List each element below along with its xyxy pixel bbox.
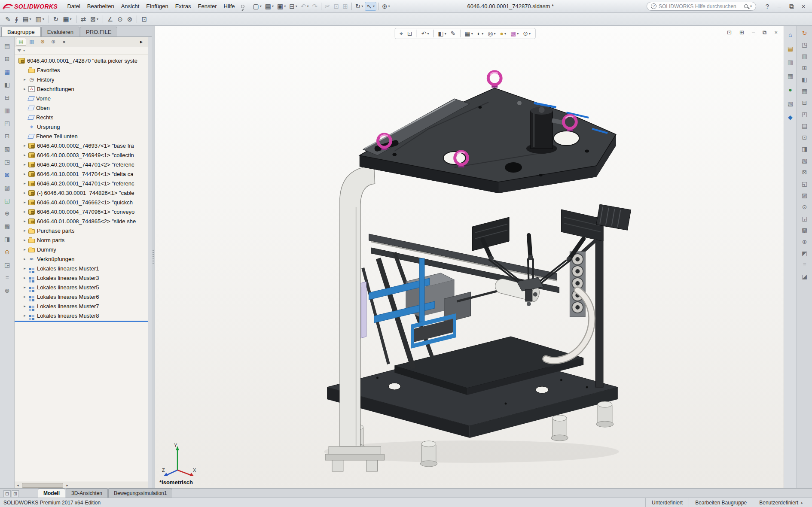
refresh-icon[interactable]: ↻ [52,15,61,24]
view-orientation-icon[interactable]: ▦▾ [463,29,475,38]
left-toolbar-button-19[interactable]: ≡ [2,273,12,282]
left-toolbar-button-12[interactable]: ▨ [2,183,12,192]
tree-item-vorne[interactable]: Vorne [15,94,148,103]
search-icon[interactable] [744,4,748,8]
restore-window-button[interactable]: ⧉ [785,2,797,11]
tree-item-ursprung[interactable]: Ursprung [15,122,148,131]
undo-dropdown-caret[interactable]: ▾ [307,4,308,8]
new-document-icon[interactable]: ▢▾ [251,2,263,11]
tree-item-lokales-lineares-muster5[interactable]: ▸Lokales lineares Muster5 [15,282,148,292]
expand-arrow-icon[interactable]: ▸ [21,191,28,195]
filter-dropdown-caret[interactable]: ▾ [23,49,25,52]
view-settings-dropdown-caret[interactable]: ▾ [529,32,531,36]
tree-item-rechts[interactable]: Rechts [15,112,148,122]
close-document-icon[interactable]: × [772,28,779,36]
expand-arrow-icon[interactable]: ▸ [21,153,28,157]
command-tab-evaluieren[interactable]: Evaluieren [41,27,79,36]
tree-item-6046-40-20-0001-744701-1-referenc[interactable]: ▸6046.40.20.0001_744701<1> "referenc [15,179,148,188]
menu-bearbeiten[interactable]: Bearbeiten [84,1,118,11]
section-view-dropdown-caret[interactable]: ▾ [445,32,446,36]
right-toolbar-button-06[interactable]: ▦ [800,86,810,95]
units-dropdown-caret[interactable]: ▴ [801,501,803,504]
left-toolbar-button-02[interactable]: ⊞ [2,54,12,63]
view-settings-icon[interactable]: ⊙▾ [521,29,532,38]
tree-item-6046-40-00-0004-747096-1-conveyo[interactable]: ▸6046.40.00.0004_747096<1> "conveyo [15,207,148,216]
print-dropdown-caret[interactable]: ▾ [296,4,297,8]
status-benutzerdefiniert[interactable]: Benutzerdefiniert▴ [753,498,809,507]
undo-icon[interactable]: ↶▾ [299,2,311,11]
right-toolbar-button-09[interactable]: ▤ [800,121,810,130]
expand-arrow-icon[interactable]: ▸ [21,276,28,280]
minimize-window-button[interactable]: – [773,2,785,11]
custom-properties-icon[interactable]: ▧ [785,99,796,108]
window-split-horizontal-icon[interactable]: ⊟ [3,490,11,497]
tree-item-verknupfungen[interactable]: ▸Verknüpfungen [15,254,148,264]
save-icon[interactable]: ▣▾ [275,2,287,11]
left-toolbar-button-14[interactable]: ⊕ [2,209,12,218]
file-explorer-icon[interactable]: ▥ [785,58,796,67]
configurationmanager-tab[interactable]: ⊛ [37,38,48,46]
screenshot-icon[interactable]: ⊡ [140,15,149,24]
right-toolbar-button-08[interactable]: ◰ [800,109,810,118]
hide-show-items-icon[interactable]: ◎▾ [486,29,497,38]
options-icon[interactable]: ⊛▾ [380,2,392,11]
right-toolbar-button-22[interactable]: ◪ [800,272,810,281]
minimize-document-icon[interactable]: – [750,28,757,36]
expand-arrow-icon[interactable]: ▸ [21,200,28,204]
right-toolbar-button-12[interactable]: ▧ [800,156,810,165]
left-toolbar-button-08[interactable]: ⊡ [2,131,12,140]
measure-icon[interactable]: ∠ [106,15,115,24]
help-button[interactable]: ? [761,2,773,11]
copy-icon[interactable]: ⊡ [332,2,341,11]
close-window-button[interactable]: × [797,2,809,11]
appearances-icon[interactable]: ● [785,85,796,94]
pin-menus-icon[interactable] [241,5,244,8]
previous-view-dropdown-caret[interactable]: ▾ [427,32,429,36]
select-tool-dropdown-caret[interactable]: ▾ [373,4,375,8]
expand-arrow-icon[interactable]: ▸ [21,172,28,176]
left-toolbar-button-17[interactable]: ⊙ [2,247,12,256]
sheet-tab-modell[interactable]: Modell [38,489,65,498]
right-toolbar-button-02[interactable]: ◳ [800,40,810,49]
expand-arrow-icon[interactable]: ▸ [21,181,28,185]
left-toolbar-button-18[interactable]: ◲ [2,260,12,269]
left-toolbar-button-01[interactable]: ▤ [2,41,12,50]
left-toolbar-button-07[interactable]: ◰ [2,118,12,128]
right-toolbar-button-13[interactable]: ⊠ [800,167,810,176]
expand-arrow-icon[interactable]: ▸ [21,247,28,252]
export-dropdown-caret[interactable]: ▾ [97,17,98,21]
view-orientation-dropdown-caret[interactable]: ▾ [471,32,473,36]
tree-item-ebene-teil-unten[interactable]: Ebene Teil unten [15,131,148,141]
filter-tree-icon[interactable] [17,49,21,52]
expand-arrow-icon[interactable]: ▸ [21,219,28,223]
tree-item-6046-40-20-0001-744701-2-referenc[interactable]: ▸6046.40.20.0001_744701<2> "referenc [15,160,148,169]
hide-show-items-dropdown-caret[interactable]: ▾ [494,32,496,36]
graphics-viewport[interactable]: ⌖⊡↶▾◧▾✎▦▾◐▾◎▾●▾▩▾⊙▾ ⊡⊞–⧉× Y X Z *Isometr… [155,26,784,488]
dimxpertmanager-tab[interactable]: ⊕ [48,38,58,46]
right-toolbar-button-19[interactable]: ⊕ [800,237,810,246]
sheet-tab-bewegungssimulation1[interactable]: Bewegungssimulation1 [108,489,172,498]
help-search-input[interactable]: ? SOLIDWORKS Hilfe durchsuchen ▾ [647,2,756,11]
left-toolbar-button-10[interactable]: ◳ [2,157,12,166]
right-toolbar-button-11[interactable]: ◨ [800,144,810,153]
left-toolbar-button-15[interactable]: ▩ [2,222,12,231]
rebuild-icon[interactable]: ↻▾ [354,2,365,11]
scrollbar-thumb[interactable] [22,483,63,488]
tree-item-lokales-lineares-muster6[interactable]: ▸Lokales lineares Muster6 [15,292,148,301]
expand-arrow-icon[interactable]: ▸ [21,77,28,82]
design-library-icon[interactable]: ▤ [785,44,796,53]
previous-view-icon[interactable]: ↶▾ [420,29,431,38]
tree-item-oben[interactable]: Oben [15,103,148,112]
display-style-icon[interactable]: ◐▾ [476,29,485,38]
left-toolbar-button-20[interactable]: ⊛ [2,286,12,295]
expand-arrow-icon[interactable]: ▸ [21,87,28,91]
cascade-windows-icon[interactable]: ⊡ [725,28,733,36]
compare-documents-icon[interactable]: ⇄ [79,15,88,24]
print-icon[interactable]: ⊟▾ [287,2,299,11]
menu-fenster[interactable]: Fenster [195,1,220,11]
right-toolbar-button-14[interactable]: ◱ [800,179,810,188]
section-view-icon[interactable]: ◧▾ [437,29,448,38]
solidworks-resources-icon[interactable]: ⌂ [785,30,796,39]
expand-arrow-icon[interactable]: ▸ [21,257,28,261]
tree-item-6046-40-30-0001-744826-1-cable[interactable]: ▸(-) 6046.40.30.0001_744826<1> "cable [15,188,148,197]
